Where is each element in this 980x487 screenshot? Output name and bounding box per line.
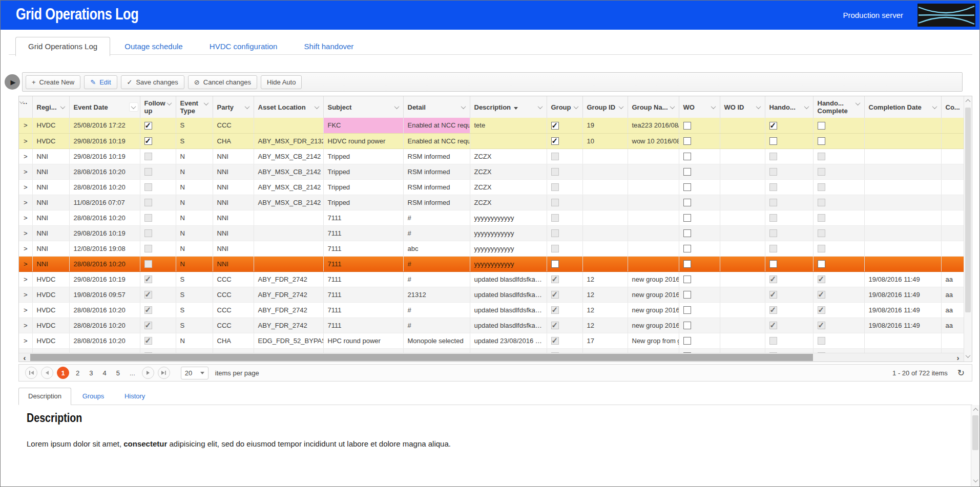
cell-event_type[interactable]: N [176,210,213,225]
cell-expand[interactable]: > [19,333,32,348]
cell-region[interactable]: NNI [32,210,69,225]
cancel-changes-button[interactable]: ⊘ Cancel changes [188,75,257,89]
cell-completion_date[interactable] [864,241,941,256]
cell-expand[interactable]: > [19,256,32,271]
cell-expand[interactable]: > [19,225,32,241]
checkbox[interactable] [144,199,152,206]
cell-event_date[interactable]: 28/08/2016 10:20 [69,210,140,225]
checkbox[interactable] [769,229,777,237]
scroll-right-icon[interactable]: › [953,353,963,362]
cell-event_type[interactable]: N [176,179,213,195]
cell-group_id[interactable] [582,195,628,210]
column-menu-icon[interactable] [393,103,401,111]
checkbox[interactable] [818,214,825,222]
scrollbar-thumb[interactable] [972,415,978,450]
checkbox[interactable] [769,122,777,130]
cell-group_id[interactable]: 12 [582,302,628,317]
cell-event_date[interactable]: 11/08/2016 07:07 [69,195,140,210]
cell-event_type[interactable]: S [176,317,213,333]
cell-group_name[interactable] [628,210,679,225]
tab-shift-handover[interactable]: Shift handover [292,37,366,56]
cell-hando[interactable] [765,225,813,241]
cell-asset_location[interactable]: ABY_FDR_2742 [254,287,323,302]
cell-detail[interactable]: RSM informed [403,149,470,164]
checkbox[interactable] [683,260,691,268]
column-menu-icon[interactable] [931,103,939,111]
cell-party[interactable]: NNI [213,179,254,195]
checkbox[interactable] [551,229,559,237]
cell-wo_id[interactable] [720,287,765,302]
checkbox[interactable] [144,306,152,314]
cell-subject[interactable]: 7111 [323,317,403,333]
cell-subject[interactable]: 7111 [323,225,403,241]
page-button[interactable]: 5 [112,369,124,377]
column-header-expand[interactable]: .. [19,96,32,118]
cell-hando_complete[interactable] [813,302,864,317]
checkbox[interactable] [769,337,777,345]
cell-description[interactable]: yyyyyyyyyyyy [470,241,547,256]
cell-group[interactable] [547,179,582,195]
page-button-current[interactable]: 1 [57,367,69,379]
scroll-up-icon[interactable] [971,406,979,415]
cell-wo_id[interactable] [720,256,765,271]
cell-party[interactable]: CHA [213,333,254,348]
page-button[interactable]: 3 [85,369,97,377]
tab-description[interactable]: Description [18,388,71,405]
scrollbar-thumb[interactable] [965,108,971,312]
checkbox[interactable] [144,322,152,329]
collapse-panel-button[interactable]: ▶ [5,74,20,90]
cell-group[interactable] [547,118,582,133]
tab-hvdc-configuration[interactable]: HVDC configuration [197,37,290,56]
cell-group_name[interactable] [628,149,679,164]
cell-group_name[interactable]: tea223 2016/08/25 [628,118,679,133]
cell-subject[interactable]: 7111 [323,241,403,256]
column-menu-icon[interactable] [617,103,625,111]
cell-detail[interactable]: RSM informed [403,179,470,195]
cell-party[interactable]: CCC [213,287,254,302]
checkbox[interactable] [144,229,152,237]
cell-group[interactable] [547,149,582,164]
checkbox[interactable] [144,245,152,252]
cell-wo[interactable] [679,271,720,287]
cell-asset_location[interactable]: ABY_FDR_2742 [254,317,323,333]
cell-hando[interactable] [765,287,813,302]
cell-completion_date[interactable] [864,118,941,133]
checkbox[interactable] [818,153,825,160]
cell-asset_location[interactable] [254,225,323,241]
page-button[interactable]: 4 [98,369,110,377]
table-row[interactable]: >NNI12/08/2016 19:08NNNI7111abcyyyyyyyyy… [19,241,964,256]
cell-group_id[interactable] [582,149,628,164]
refresh-icon[interactable]: ↻ [957,368,965,378]
checkbox[interactable] [683,322,691,329]
cell-wo[interactable] [679,195,720,210]
cell-detail[interactable]: Monopole selected [403,333,470,348]
checkbox[interactable] [683,229,691,237]
table-row[interactable]: >HVDC28/08/2016 10:20NCHAEDG_FDR_52_BYPA… [19,333,964,348]
cell-expand[interactable]: > [19,133,32,149]
checkbox[interactable] [551,137,559,145]
cell-hando[interactable] [765,179,813,195]
column-menu-icon[interactable] [460,103,468,111]
cell-wo_id[interactable] [720,179,765,195]
cell-subject[interactable]: 7111 [323,287,403,302]
cell-completion_date[interactable] [864,256,941,271]
column-menu-icon[interactable] [243,103,252,111]
checkbox[interactable] [551,153,559,160]
cell-expand[interactable]: > [19,195,32,210]
cell-hando[interactable] [765,333,813,348]
cell-hando_complete[interactable] [813,287,864,302]
cell-event_date[interactable]: 28/08/2016 10:20 [69,302,140,317]
scroll-down-icon[interactable] [964,352,972,361]
cell-expand[interactable]: > [19,118,32,133]
cell-event_type[interactable]: S [176,287,213,302]
cell-event_date[interactable]: 28/08/2016 10:20 [69,333,140,348]
cell-completion_date[interactable] [864,195,941,210]
tab-groups[interactable]: Groups [73,388,114,405]
cell-wo_id[interactable] [720,149,765,164]
column-menu-icon[interactable] [572,103,580,111]
checkbox[interactable] [769,291,777,299]
cell-follow_up[interactable] [140,317,176,333]
checkbox[interactable] [818,260,825,268]
column-header-wo[interactable]: WO [679,96,720,118]
cell-group_id[interactable]: 19 [582,118,628,133]
